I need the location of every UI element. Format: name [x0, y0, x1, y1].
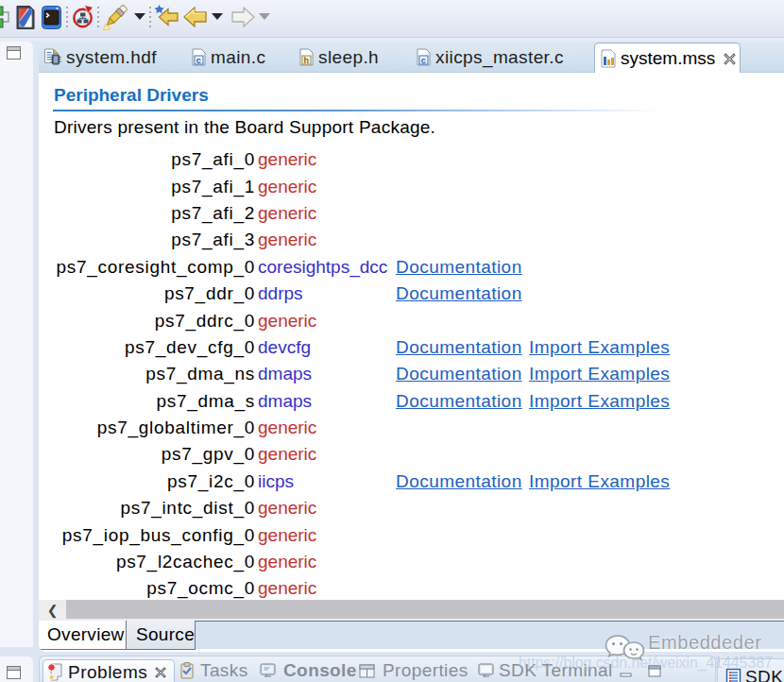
svg-text:c: c [196, 56, 201, 65]
svg-text:h: h [304, 56, 310, 65]
svg-text:c: c [421, 56, 426, 65]
